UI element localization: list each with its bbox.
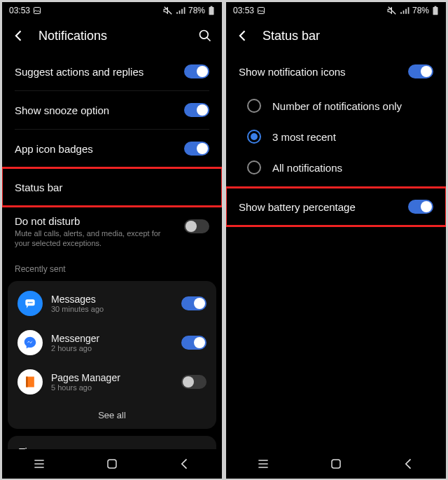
status-time: 03:53 xyxy=(9,6,30,15)
toggle-recent-2[interactable] xyxy=(181,375,206,389)
row-status-bar[interactable]: Status bar xyxy=(2,168,222,206)
app-time: 2 hours ago xyxy=(51,344,173,352)
row-label: Do not disturb xyxy=(15,215,184,227)
page-title: Notifications xyxy=(38,29,186,43)
row-suggest-actions[interactable]: Suggest actions and replies xyxy=(2,53,222,90)
toggle-snooze[interactable] xyxy=(184,103,209,117)
toggle-dnd[interactable] xyxy=(184,219,209,233)
status-bar: 03:53 78% xyxy=(2,2,222,19)
row-snooze[interactable]: Show snooze option xyxy=(2,91,222,129)
svg-rect-10 xyxy=(108,460,116,468)
picture-icon xyxy=(257,6,265,15)
recent-item[interactable]: Pages Manager 5 hours ago xyxy=(8,362,216,402)
toggle-show-icons[interactable] xyxy=(408,64,433,78)
radio-icon[interactable] xyxy=(247,160,261,174)
mute-icon xyxy=(387,6,397,15)
recent-card: Messages 30 minutes ago Messenger 2 hour… xyxy=(8,281,216,429)
row-show-notif-icons[interactable]: Show notification icons xyxy=(226,53,446,90)
app-name: Messenger xyxy=(51,333,173,344)
radio-label: Number of notifications only xyxy=(272,100,402,112)
battery-icon xyxy=(208,6,215,15)
radio-label: All notifications xyxy=(272,162,342,174)
back-icon[interactable] xyxy=(12,29,26,43)
nav-home-icon[interactable] xyxy=(106,458,118,470)
see-all-button[interactable]: See all xyxy=(8,402,216,426)
battery-pct: 78% xyxy=(188,6,205,15)
settings-list: Show notification icons Number of notifi… xyxy=(226,53,446,449)
app-icon-messages xyxy=(18,291,43,316)
svg-point-7 xyxy=(31,301,33,303)
phone-left: 03:53 78% Notifications Suggest actions … xyxy=(2,2,222,479)
page-title: Status bar xyxy=(262,29,436,43)
battery-icon xyxy=(432,6,439,15)
row-label: Show snooze option xyxy=(15,104,184,116)
battery-pct: 78% xyxy=(412,6,429,15)
toggle-recent-1[interactable] xyxy=(181,336,206,350)
nav-bar xyxy=(2,449,222,479)
signal-icon xyxy=(400,6,410,15)
toggle-recent-0[interactable] xyxy=(181,296,206,310)
radio-number-only[interactable]: Number of notifications only xyxy=(226,90,446,121)
status-time: 03:53 xyxy=(233,6,254,15)
nav-back-icon[interactable] xyxy=(178,457,192,471)
search-icon[interactable] xyxy=(198,29,212,43)
radio-all-notifications[interactable]: All notifications xyxy=(226,152,446,183)
row-label: Show notification icons xyxy=(239,66,408,78)
svg-rect-1 xyxy=(209,7,214,15)
section-recently-sent: Recently sent xyxy=(2,257,222,278)
radio-label: 3 most recent xyxy=(272,131,336,143)
svg-point-3 xyxy=(200,31,209,39)
signal-icon xyxy=(176,6,186,15)
tip-card: Tip Sleeping apps and Data saver may pre… xyxy=(8,436,216,449)
app-icon-pages xyxy=(18,369,43,395)
app-name: Messages xyxy=(51,294,173,305)
mute-icon xyxy=(163,6,173,15)
svg-point-6 xyxy=(29,301,31,303)
nav-back-icon[interactable] xyxy=(402,457,416,471)
nav-recents-icon[interactable] xyxy=(32,457,46,471)
app-bar: Status bar xyxy=(226,19,446,53)
svg-point-5 xyxy=(28,301,29,303)
recent-item[interactable]: Messenger 2 hours ago xyxy=(8,323,216,362)
row-sublabel: Mute all calls, alerts, and media, excep… xyxy=(15,228,169,249)
status-bar: 03:53 78% xyxy=(226,2,446,19)
row-dnd[interactable]: Do not disturb Mute all calls, alerts, a… xyxy=(2,207,222,257)
radio-three-recent[interactable]: 3 most recent xyxy=(226,121,446,152)
app-time: 30 minutes ago xyxy=(51,305,173,313)
row-label: Status bar xyxy=(15,181,209,193)
nav-home-icon[interactable] xyxy=(330,458,342,470)
back-icon[interactable] xyxy=(236,29,250,43)
app-name: Pages Manager xyxy=(51,372,173,383)
recent-item[interactable]: Messages 30 minutes ago xyxy=(8,284,216,323)
row-app-badges[interactable]: App icon badges xyxy=(2,130,222,167)
row-battery-pct[interactable]: Show battery percentage xyxy=(226,188,446,226)
toggle-battery-pct[interactable] xyxy=(408,200,433,214)
row-label: App icon badges xyxy=(15,143,184,155)
svg-rect-14 xyxy=(332,460,340,468)
toggle-badges[interactable] xyxy=(184,142,209,156)
radio-icon[interactable] xyxy=(247,99,261,113)
svg-rect-13 xyxy=(435,6,437,7)
app-bar: Notifications xyxy=(2,19,222,53)
app-time: 5 hours ago xyxy=(51,383,173,392)
nav-recents-icon[interactable] xyxy=(256,457,270,471)
radio-icon[interactable] xyxy=(247,130,261,144)
picture-icon xyxy=(33,6,41,15)
svg-rect-2 xyxy=(211,6,213,7)
row-label: Suggest actions and replies xyxy=(15,66,184,78)
svg-rect-9 xyxy=(26,376,28,387)
settings-list: Suggest actions and replies Show snooze … xyxy=(2,53,222,449)
toggle-suggest[interactable] xyxy=(184,64,209,78)
phone-right: 03:53 78% Status bar Show notification i… xyxy=(226,2,446,479)
app-icon-messenger xyxy=(18,330,43,355)
nav-bar xyxy=(226,449,446,479)
svg-rect-12 xyxy=(433,7,438,15)
row-label: Show battery percentage xyxy=(239,201,408,213)
